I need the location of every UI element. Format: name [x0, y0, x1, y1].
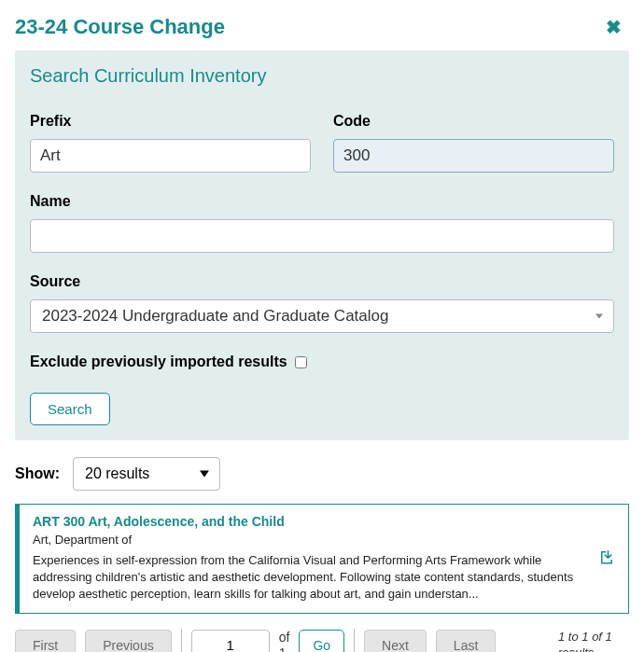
show-select[interactable]: 20 results — [73, 457, 220, 491]
results-summary: 1 to 1 of 1 results — [558, 630, 629, 652]
page-input[interactable] — [191, 630, 270, 652]
name-label: Name — [30, 193, 614, 210]
result-title: ART 300 Art, Adolescence, and the Child — [33, 514, 589, 529]
first-button[interactable]: First — [15, 630, 76, 652]
close-icon[interactable]: ✖ — [606, 16, 629, 38]
prefix-input[interactable] — [30, 139, 311, 173]
prefix-label: Prefix — [30, 113, 311, 130]
of-label: of — [279, 630, 290, 645]
page-title: 23-24 Course Change — [15, 15, 225, 39]
search-panel: Search Curriculum Inventory Prefix Code … — [15, 50, 629, 440]
source-select[interactable]: 2023-2024 Undergraduate and Graduate Cat… — [30, 299, 614, 333]
exclude-label: Exclude previously imported results — [30, 354, 287, 370]
divider — [181, 629, 182, 652]
search-button[interactable]: Search — [30, 393, 110, 425]
source-label: Source — [30, 273, 614, 290]
last-button[interactable]: Last — [436, 630, 496, 652]
pagination: First Previous of 1 Go Next Last 1 to 1 … — [15, 629, 629, 652]
result-description: Experiences in self-expression from the … — [33, 552, 589, 603]
name-input[interactable] — [30, 219, 614, 253]
previous-button[interactable]: Previous — [85, 630, 171, 652]
result-department: Art, Department of — [33, 533, 589, 547]
import-icon[interactable] — [598, 548, 615, 569]
panel-title: Search Curriculum Inventory — [30, 65, 614, 87]
show-label: Show: — [15, 465, 60, 482]
result-item[interactable]: ART 300 Art, Adolescence, and the Child … — [15, 504, 629, 614]
total-pages: 1 — [279, 645, 290, 652]
next-button[interactable]: Next — [364, 630, 427, 652]
code-input[interactable] — [333, 139, 614, 173]
go-button[interactable]: Go — [299, 630, 344, 652]
divider — [354, 629, 355, 652]
exclude-checkbox[interactable] — [295, 356, 307, 368]
code-label: Code — [333, 113, 614, 130]
